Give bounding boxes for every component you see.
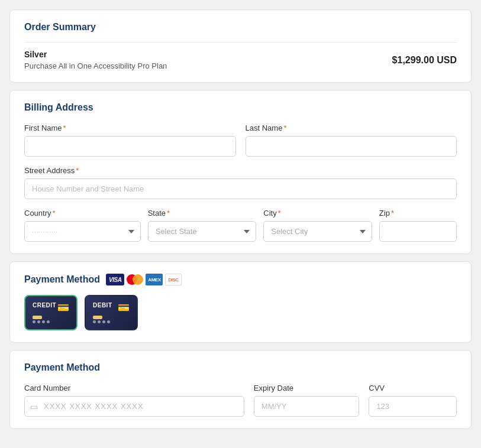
card-dots: [33, 320, 50, 323]
country-label: Country*: [24, 209, 141, 217]
required-star: *: [53, 209, 56, 217]
mc-right: [133, 274, 143, 285]
city-group: City* Select City: [263, 209, 372, 242]
dot3: [102, 320, 105, 323]
debit-card-icon: 💳: [118, 302, 130, 313]
card-dots: [93, 320, 110, 323]
payment-fields: Card Number ▭ Expiry Date CVV: [24, 384, 457, 417]
street-address-label: Street Address*: [24, 166, 457, 175]
dot4: [107, 320, 110, 323]
required-star: *: [391, 209, 394, 217]
country-select[interactable]: ············: [24, 221, 141, 242]
plan-name: Silver: [24, 50, 167, 59]
order-plan-info: Silver Purchase All in One Accessibility…: [24, 50, 167, 70]
state-label: State*: [148, 209, 257, 217]
first-name-label: First Name*: [24, 124, 236, 132]
name-row: First Name* Last Name*: [24, 124, 457, 157]
cvv-label: CVV: [369, 384, 457, 392]
state-group: State* Select State: [148, 209, 257, 242]
discover-icon: DISC: [165, 274, 181, 285]
payment-method-section: Payment Method VISA AMEX DISC CREDIT: [9, 261, 472, 343]
required-star: *: [167, 209, 170, 217]
mastercard-icon: [127, 274, 143, 285]
card-type-buttons: CREDIT 💳 DEBIT 💳: [24, 295, 457, 330]
city-label: City*: [263, 209, 372, 217]
payment-method-header: Payment Method VISA AMEX DISC: [24, 274, 457, 285]
order-summary-row: Silver Purchase All in One Accessibility…: [24, 42, 457, 70]
dot2: [37, 320, 40, 323]
dot4: [47, 320, 50, 323]
street-address-group: Street Address*: [24, 166, 457, 199]
card-number-group: Card Number ▭: [24, 384, 244, 417]
debit-card-button[interactable]: DEBIT 💳: [85, 295, 138, 330]
last-name-input[interactable]: [246, 136, 457, 157]
card-number-wrapper: ▭: [24, 396, 244, 417]
dot3: [42, 320, 45, 323]
required-star: *: [283, 124, 286, 132]
expiry-date-group: Expiry Date: [254, 384, 359, 417]
credit-card-icon: 💳: [57, 302, 69, 313]
location-row: Country* ············ State* Select Stat…: [24, 209, 457, 242]
street-address-row: Street Address*: [24, 166, 457, 199]
page-container: Order Summary Silver Purchase All in One…: [9, 9, 472, 429]
debit-label: DEBIT: [93, 302, 112, 309]
last-name-label: Last Name*: [246, 124, 457, 132]
payment-details-section: Payment Method Card Number ▭ Expiry Date…: [9, 350, 472, 429]
expiry-date-label: Expiry Date: [254, 384, 359, 392]
card-icons: VISA AMEX DISC: [106, 274, 182, 285]
payment-details-title: Payment Method: [24, 362, 457, 373]
visa-icon: VISA: [106, 274, 124, 285]
last-name-group: Last Name*: [246, 124, 457, 157]
street-address-input[interactable]: [24, 178, 457, 199]
amex-icon: AMEX: [146, 274, 163, 285]
payment-method-title: Payment Method: [24, 274, 100, 285]
order-price: $1,299.00 USD: [392, 55, 457, 66]
dot1: [33, 320, 35, 323]
first-name-group: First Name*: [24, 124, 236, 157]
order-summary-section: Order Summary Silver Purchase All in One…: [9, 9, 472, 83]
zip-label: Zip*: [379, 209, 457, 217]
state-select[interactable]: Select State: [148, 221, 257, 242]
city-select[interactable]: Select City: [263, 221, 372, 242]
chip-icon: [33, 316, 42, 319]
card-number-label: Card Number: [24, 384, 244, 392]
credit-card-button[interactable]: CREDIT 💳: [24, 295, 78, 330]
first-name-input[interactable]: [24, 136, 236, 157]
expiry-date-input[interactable]: [254, 396, 359, 417]
required-star: *: [278, 209, 281, 217]
cvv-input[interactable]: [369, 396, 457, 417]
country-group: Country* ············: [24, 209, 141, 242]
order-summary-title: Order Summary: [24, 22, 457, 33]
required-star: *: [63, 124, 66, 132]
chip-icon: [93, 316, 102, 319]
dot2: [98, 320, 101, 323]
card-number-input[interactable]: [24, 396, 244, 417]
plan-description: Purchase All in One Accessibility Pro Pl…: [24, 61, 167, 70]
dot1: [93, 320, 96, 323]
cvv-group: CVV: [369, 384, 457, 417]
billing-address-title: Billing Address: [24, 102, 457, 113]
billing-address-section: Billing Address First Name* Last Name* S…: [9, 90, 472, 254]
zip-group: Zip*: [379, 209, 457, 242]
zip-input[interactable]: [379, 221, 457, 242]
card-number-icon: ▭: [30, 402, 38, 411]
required-star: *: [76, 166, 79, 175]
credit-label: CREDIT: [33, 302, 56, 309]
